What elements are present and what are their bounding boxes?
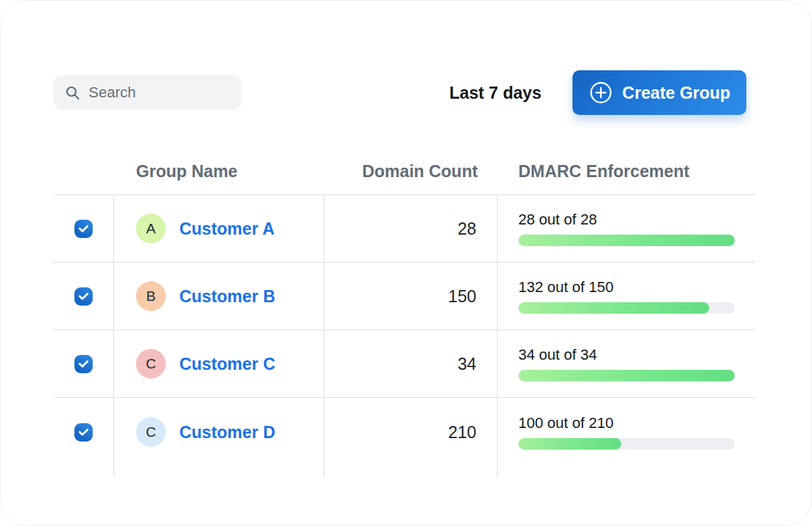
checkmark-icon xyxy=(78,223,89,235)
row-checkbox[interactable] xyxy=(74,287,93,306)
group-name-link[interactable]: Customer A xyxy=(179,219,275,239)
search-input[interactable] xyxy=(89,84,231,101)
table-row: C Customer D 210 100 out of 210 xyxy=(53,398,755,466)
plus-circle-icon xyxy=(589,80,613,105)
header-group-name: Group Name xyxy=(114,148,325,195)
dmarc-label: 34 out of 34 xyxy=(518,346,735,364)
table-header-row: Group Name Domain Count DMARC Enforcemen… xyxy=(53,148,755,195)
group-name-link[interactable]: Customer B xyxy=(179,287,275,306)
dmarc-progress-bar xyxy=(518,235,735,246)
table-body: A Customer A 28 28 out of 28 B Customer … xyxy=(53,195,755,466)
search-box[interactable] xyxy=(53,75,242,110)
dmarc-label: 28 out of 28 xyxy=(518,211,735,229)
dmarc-progress-fill xyxy=(518,370,735,381)
create-group-label: Create Group xyxy=(623,83,731,103)
dmarc-progress-fill xyxy=(518,235,735,246)
checkmark-icon xyxy=(78,291,89,302)
row-checkbox[interactable] xyxy=(74,355,93,373)
table-row: C Customer C 34 34 out of 34 xyxy=(53,331,755,398)
avatar: B xyxy=(136,281,166,311)
create-group-button[interactable]: Create Group xyxy=(572,70,746,115)
dmarc-progress-fill xyxy=(518,302,709,314)
app-card: Last 7 days Create Group Group Name Doma… xyxy=(0,0,812,526)
row-checkbox[interactable] xyxy=(74,423,93,441)
avatar: A xyxy=(136,214,166,243)
table-row: B Customer B 150 132 out of 150 xyxy=(53,263,755,331)
avatar: C xyxy=(136,349,166,379)
dmarc-progress-bar xyxy=(518,370,735,381)
dmarc-progress-fill xyxy=(518,438,621,450)
domain-count-value: 150 xyxy=(325,263,498,331)
dmarc-label: 100 out of 210 xyxy=(518,414,735,432)
search-icon xyxy=(64,85,81,101)
dmarc-progress-bar xyxy=(518,302,735,314)
domain-count-value: 28 xyxy=(325,195,498,263)
header-checkbox-column xyxy=(53,148,114,195)
domain-count-value: 210 xyxy=(325,398,498,466)
row-checkbox[interactable] xyxy=(74,220,93,238)
checkmark-icon xyxy=(78,427,89,438)
date-range-selector[interactable]: Last 7 days xyxy=(449,70,541,115)
date-range-label: Last 7 days xyxy=(449,83,541,103)
domain-count-value: 34 xyxy=(325,331,498,398)
dmarc-label: 132 out of 150 xyxy=(518,279,735,296)
dmarc-progress-bar xyxy=(518,438,735,450)
header-domain-count: Domain Count xyxy=(325,148,498,195)
group-name-link[interactable]: Customer D xyxy=(179,423,275,442)
avatar: C xyxy=(136,417,166,447)
table-row: A Customer A 28 28 out of 28 xyxy=(53,195,755,263)
groups-table: Group Name Domain Count DMARC Enforcemen… xyxy=(53,148,755,477)
header-dmarc-enforcement: DMARC Enforcement xyxy=(498,148,755,195)
checkmark-icon xyxy=(78,358,89,370)
column-divider-extension xyxy=(53,466,755,477)
group-name-link[interactable]: Customer C xyxy=(179,354,275,374)
